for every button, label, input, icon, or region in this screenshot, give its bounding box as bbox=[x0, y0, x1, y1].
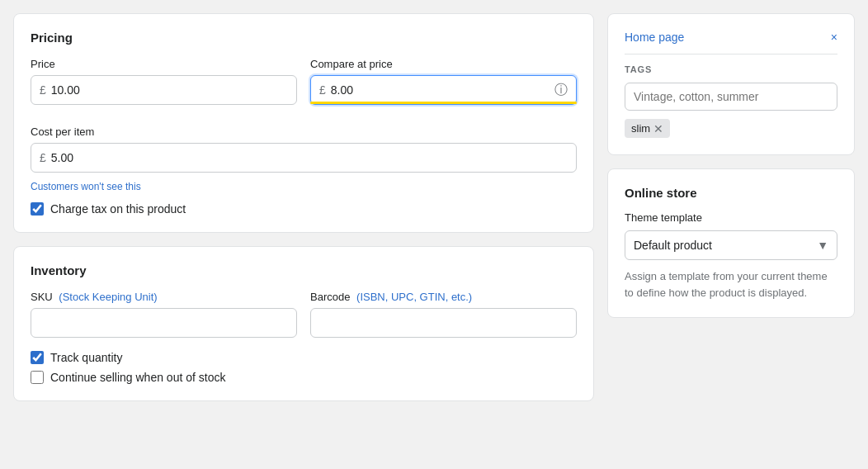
compare-input-wrapper: £ ⓘ bbox=[310, 75, 577, 105]
price-currency: £ bbox=[40, 83, 46, 97]
track-quantity-label[interactable]: Track quantity bbox=[50, 351, 122, 364]
tags-list: slim ✕ bbox=[625, 119, 837, 138]
barcode-group: Barcode (ISBN, UPC, GTIN, etc.) bbox=[310, 291, 577, 338]
help-icon[interactable]: ⓘ bbox=[554, 82, 568, 99]
track-quantity-row: Track quantity bbox=[31, 351, 577, 364]
price-input-wrapper: £ bbox=[31, 75, 297, 105]
tags-section-label: TAGS bbox=[625, 64, 837, 74]
price-label: Price bbox=[31, 58, 297, 70]
barcode-suffix: (ISBN, UPC, GTIN, etc.) bbox=[356, 291, 472, 303]
tag-chip-slim: slim ✕ bbox=[625, 119, 670, 138]
price-group: Price £ bbox=[31, 58, 297, 112]
compare-group: Compare at price £ ⓘ bbox=[310, 58, 577, 112]
barcode-input[interactable] bbox=[319, 316, 568, 329]
homepage-bar: Home page × bbox=[625, 31, 837, 54]
yellow-underline-container bbox=[310, 102, 577, 104]
theme-select-wrapper: Default product ▼ bbox=[625, 230, 837, 260]
tags-input-wrapper[interactable] bbox=[625, 83, 837, 111]
tags-input[interactable] bbox=[634, 90, 828, 103]
track-quantity-checkbox[interactable] bbox=[31, 351, 44, 364]
tags-section: TAGS slim ✕ bbox=[625, 64, 837, 138]
online-store-title: Online store bbox=[625, 186, 837, 200]
tags-card: Home page × TAGS slim ✕ bbox=[607, 13, 855, 155]
theme-description: Assign a template from your current them… bbox=[625, 268, 837, 301]
sku-input[interactable] bbox=[40, 316, 288, 329]
theme-select[interactable]: Default product bbox=[634, 239, 828, 252]
compare-label: Compare at price bbox=[310, 58, 577, 70]
sku-suffix: (Stock Keeping Unit) bbox=[59, 291, 157, 303]
cost-input[interactable] bbox=[51, 151, 568, 164]
price-row: Price £ Compare at price £ ⓘ bbox=[31, 58, 577, 112]
price-input[interactable] bbox=[51, 83, 288, 97]
main-column: Pricing Price £ Compare at price £ bbox=[13, 13, 594, 401]
barcode-label: Barcode (ISBN, UPC, GTIN, etc.) bbox=[310, 291, 577, 303]
online-store-card: Online store Theme template Default prod… bbox=[607, 168, 855, 318]
continue-selling-checkbox[interactable] bbox=[31, 371, 44, 384]
cost-currency: £ bbox=[40, 151, 46, 164]
inventory-card: Inventory SKU (Stock Keeping Unit) Barco… bbox=[13, 246, 594, 401]
pricing-card: Pricing Price £ Compare at price £ bbox=[13, 13, 594, 233]
charge-tax-checkbox[interactable] bbox=[31, 202, 44, 216]
charge-tax-row: Charge tax on this product bbox=[31, 202, 577, 216]
homepage-label[interactable]: Home page bbox=[625, 31, 684, 44]
barcode-input-wrapper bbox=[310, 308, 577, 338]
cost-helper: Customers won't see this bbox=[31, 181, 577, 192]
cost-input-wrapper: £ bbox=[31, 143, 577, 173]
cost-group: Cost per item £ Customers won't see this bbox=[31, 126, 577, 192]
compare-currency: £ bbox=[319, 83, 326, 97]
compare-input[interactable] bbox=[331, 83, 550, 97]
theme-template-label: Theme template bbox=[625, 211, 837, 224]
continue-selling-label[interactable]: Continue selling when out of stock bbox=[50, 371, 225, 384]
side-column: Home page × TAGS slim ✕ Online store bbox=[607, 13, 855, 401]
tag-remove-btn[interactable]: ✕ bbox=[653, 123, 663, 135]
inventory-title: Inventory bbox=[31, 263, 577, 277]
inventory-row: SKU (Stock Keeping Unit) Barcode (ISBN, … bbox=[31, 291, 577, 338]
tag-label: slim bbox=[631, 122, 650, 135]
sku-input-wrapper bbox=[31, 308, 297, 338]
yellow-underline bbox=[310, 102, 577, 104]
charge-tax-label[interactable]: Charge tax on this product bbox=[50, 202, 186, 216]
cost-label: Cost per item bbox=[31, 126, 577, 138]
continue-selling-row: Continue selling when out of stock bbox=[31, 371, 577, 384]
pricing-title: Pricing bbox=[31, 31, 577, 45]
sku-label: SKU (Stock Keeping Unit) bbox=[31, 291, 297, 303]
sku-group: SKU (Stock Keeping Unit) bbox=[31, 291, 297, 338]
close-icon[interactable]: × bbox=[831, 31, 837, 43]
